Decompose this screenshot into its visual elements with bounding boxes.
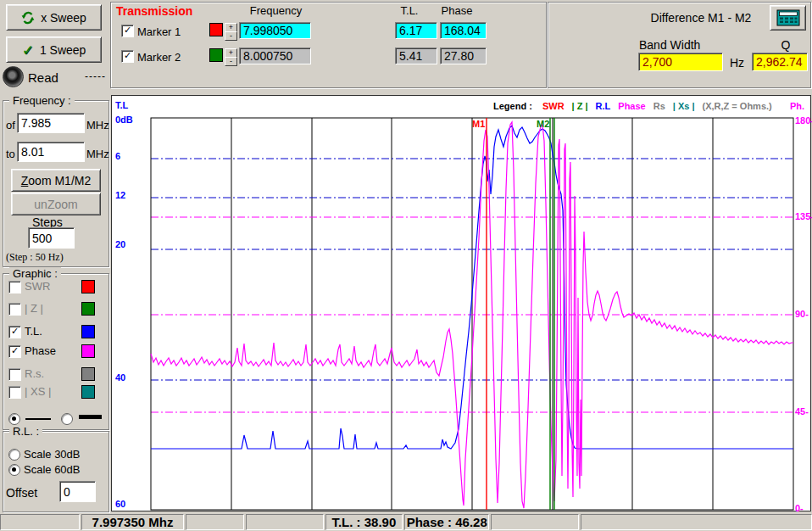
one-sweep-button[interactable]: ✓ 1 Sweep [6, 36, 102, 63]
marker2-frequency-field[interactable]: 8.000750 [239, 48, 311, 64]
graphic-label: R.s. [25, 367, 44, 380]
unzoom-button-label: unZoom [34, 198, 77, 211]
check-icon: ✓ [22, 42, 34, 59]
status-cell-empty [491, 514, 578, 530]
graphic-label: | XS | [25, 385, 51, 398]
graphic-label: Phase [25, 344, 56, 357]
graphic-checkbox-xs[interactable] [8, 386, 21, 399]
marker1-color-swatch [209, 23, 223, 36]
status-cell-empty [246, 514, 323, 530]
calculator-button[interactable] [770, 5, 806, 31]
scale-60db-label: Scale 60dB [24, 463, 81, 476]
marker1-frequency-field[interactable]: 7.998050 [239, 22, 311, 39]
offset-label: Offset [6, 486, 37, 500]
scale-30db-radio[interactable] [8, 449, 20, 461]
line-thin-radio[interactable] [8, 413, 20, 425]
to-unit-label: MHz [86, 148, 109, 160]
scale-60db-radio[interactable] [8, 464, 20, 476]
steps-input[interactable]: 500 [28, 227, 75, 249]
tl-tick-label: 6 [115, 151, 120, 161]
marker1-label: Marker 1 [137, 25, 181, 38]
calculator-icon [776, 9, 800, 26]
graphic-checkbox-tl[interactable]: ✓ [8, 326, 21, 338]
marker-label-m1: M1 [472, 119, 485, 129]
marker1-checkbox[interactable]: ✓ [121, 25, 134, 37]
thick-line-sample [79, 415, 102, 419]
graphic-color-swatch [81, 325, 95, 338]
tl-tick-label: 0dB [115, 115, 133, 125]
phase-tick-label: 90- [795, 309, 809, 319]
status-cell-empty [186, 514, 245, 530]
chart-plot [112, 96, 812, 512]
zoom-m1-m2-button[interactable]: Zoom M1/M2 [11, 169, 101, 192]
graphic-color-swatch [81, 385, 95, 399]
marker2-label: Marker 2 [137, 51, 181, 64]
tl-tick-label: 60 [115, 499, 125, 509]
rl-group-title: R.L. : [9, 425, 42, 438]
marker2-color-swatch [209, 48, 223, 62]
status-cell-empty [0, 514, 80, 530]
marker2-spinner: + - [225, 48, 236, 65]
step-size-note: (Step : 50 Hz) [6, 251, 64, 264]
marker-label-m2: M2 [537, 119, 549, 129]
zoom-button-label: oom M1/M2 [28, 174, 91, 187]
line-thick-radio[interactable] [61, 413, 73, 425]
marker1-phase-value: 168.04 [440, 22, 487, 39]
tl-tick-label: 20 [115, 239, 125, 249]
graphic-color-swatch [81, 280, 95, 293]
x-sweep-button[interactable]: x Sweep [6, 4, 102, 31]
graphic-label: | Z | [25, 302, 43, 315]
status-cell-empty [581, 514, 812, 530]
transmission-title: Transmission [116, 4, 192, 18]
graphic-color-swatch [81, 344, 95, 358]
status-bar: 7.997350 MhzT.L. : 38.90Phase : 46.28 [0, 512, 812, 531]
graphic-label: SWR [25, 280, 50, 293]
graphic-color-swatch [81, 302, 95, 316]
graphic-label: T.L. [25, 325, 42, 338]
marker2-checkbox[interactable]: ✓ [121, 50, 134, 63]
read-label: Read [28, 70, 58, 85]
scale-30db-label: Scale 30dB [24, 448, 81, 461]
marker2-phase-value: 27.80 [440, 48, 487, 64]
phase-tick-label: 180- [795, 115, 812, 126]
read-knob-icon[interactable] [3, 66, 24, 87]
of-label: of [6, 119, 15, 131]
to-label: to [6, 148, 15, 160]
graphic-checkbox-rs[interactable] [8, 368, 21, 381]
marker2-tl-value: 5.41 [395, 48, 437, 64]
marker1-spin-down[interactable]: - [225, 31, 237, 41]
tl-tick-label: 40 [115, 372, 125, 383]
status-cell-5: Phase : 46.28 [404, 514, 489, 530]
marker1-tl-value: 6.17 [395, 22, 437, 39]
vna-analyzer-window: x Sweep ✓ 1 Sweep Read ----- Transmissio… [0, 0, 812, 531]
sweep-loop-icon [21, 11, 35, 25]
freq-to-input[interactable]: 8.01 [17, 142, 85, 162]
graphic-color-swatch [81, 367, 95, 381]
phase-tick-label: 45- [795, 406, 809, 416]
of-unit-label: MHz [86, 119, 109, 131]
band-width-label: Band Width [639, 38, 700, 52]
freq-of-input[interactable]: 7.985 [17, 113, 85, 133]
graphic-checkbox-phase[interactable]: ✓ [8, 345, 21, 358]
graphic-checkbox-swr[interactable] [8, 281, 21, 293]
x-sweep-label: x Sweep [41, 11, 86, 25]
status-cell-4: T.L. : 38.90 [325, 514, 403, 530]
chart-panel: T.L Legend : SWR| Z |R.LPhaseRs| Xs |(X,… [111, 95, 811, 511]
graphic-group-title: Graphic : [9, 267, 61, 280]
status-cell-1: 7.997350 Mhz [81, 514, 183, 530]
frequency-header: Frequency [240, 4, 312, 17]
tl-header: T.L. [388, 4, 431, 17]
offset-input[interactable]: 0 [59, 481, 96, 502]
thin-line-sample [25, 418, 51, 420]
one-sweep-label: 1 Sweep [40, 43, 86, 57]
frequency-group-title: Frequency : [9, 94, 75, 107]
graphic-checkbox-z[interactable] [8, 303, 21, 316]
marker2-spin-down[interactable]: - [225, 57, 237, 66]
q-value: 2,962.74 [752, 53, 808, 71]
q-label: Q [769, 38, 803, 52]
tl-tick-label: 12 [115, 190, 125, 200]
phase-header: Phase [434, 4, 480, 17]
unzoom-button[interactable]: unZoom [11, 193, 101, 215]
zoom-button-accel: Z [21, 174, 29, 187]
band-width-value: 2,700 [638, 53, 723, 71]
